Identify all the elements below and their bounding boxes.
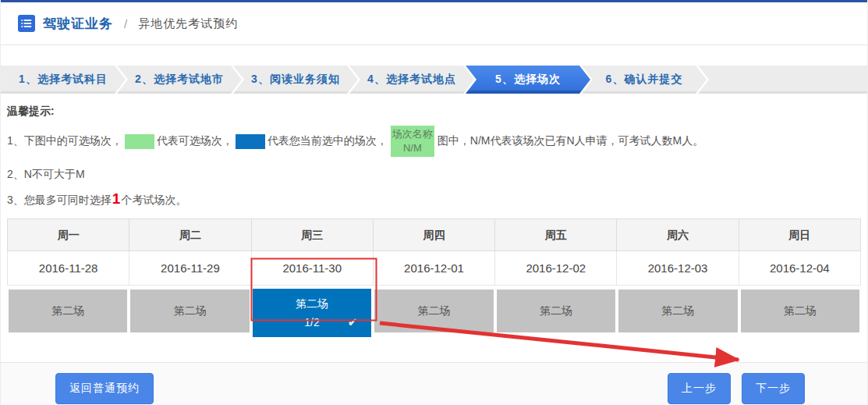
page: 驾驶证业务 / 异地优先考试预约 1、选择考试科目 2、选择考试地市 3、阅读业… — [0, 0, 868, 405]
step-tab-4[interactable]: 4、选择考试地点 — [349, 66, 474, 94]
step-tab-2[interactable]: 2、选择考试地市 — [117, 66, 242, 94]
session-block[interactable]: 第二场 — [741, 290, 859, 332]
tip1-text-b: 代表可选场次， — [157, 134, 233, 148]
step-tab-5-active[interactable]: 5、选择场次 — [466, 66, 590, 94]
next-step-button[interactable]: 下一步 — [742, 373, 805, 404]
session-legend-box: 场次名称 N/M — [391, 126, 434, 157]
session-cell-fri[interactable]: 第二场 — [495, 286, 617, 334]
date-cell: 2016-11-29 — [129, 251, 251, 286]
tips-heading: 温馨提示: — [7, 105, 861, 119]
breadcrumb-separator: / — [124, 17, 127, 30]
step-tab-1[interactable]: 1、选择考试科目 — [1, 66, 126, 94]
footer-right-buttons: 上一步 下一步 — [668, 373, 805, 404]
tips-section: 温馨提示: 1、下图中的可选场次， 代表可选场次， 代表您当前选中的场次， 场次… — [1, 94, 867, 208]
session-block[interactable]: 第二场 — [497, 290, 615, 332]
session-schedule-table: 周一 周二 周三 周四 周五 周六 周日 2016-11-28 2016-11-… — [7, 218, 861, 334]
step-tabs: 1、选择考试科目 2、选择考试地市 3、阅读业务须知 4、选择考试地点 5、选择… — [1, 66, 867, 94]
previous-step-button[interactable]: 上一步 — [668, 373, 731, 404]
tip1-text-a: 1、下图中的可选场次， — [7, 134, 122, 148]
tip-line-3: 3、您最多可同时选择1个考试场次。 — [7, 190, 861, 208]
max-sessions-number: 1 — [112, 190, 122, 207]
return-normal-booking-button[interactable]: 返回普通预约 — [55, 373, 154, 404]
breadcrumb-section[interactable]: 驾驶证业务 — [43, 15, 113, 33]
tip-line-1: 1、下图中的可选场次， 代表可选场次， 代表您当前选中的场次， 场次名称 N/M… — [7, 126, 861, 157]
weekday-header: 周二 — [129, 218, 251, 251]
weekday-header-row: 周一 周二 周三 周四 周五 周六 周日 — [7, 218, 861, 251]
selected-session-swatch — [236, 134, 265, 149]
step-tabs-filler — [698, 66, 867, 94]
weekday-header: 周五 — [495, 218, 617, 251]
tip1-text-d: 图中，N/M代表该场次已有N人申请，可考试人数M人。 — [438, 134, 703, 148]
session-block[interactable]: 第二场 — [618, 290, 737, 332]
tip3-prefix: 3、您最多可同时选择 — [7, 194, 112, 206]
weekday-header: 周六 — [617, 218, 739, 251]
session-cell-sun[interactable]: 第二场 — [739, 286, 861, 334]
selected-session-block[interactable]: 第二场 1/2 ✔ — [253, 289, 371, 337]
session-block[interactable]: 第二场 — [130, 290, 249, 332]
weekday-header: 周日 — [739, 218, 861, 251]
date-cell: 2016-12-01 — [374, 251, 495, 286]
step-tab-3[interactable]: 3、阅读业务须知 — [233, 66, 358, 94]
tip-line-2: 2、N不可大于M — [7, 168, 861, 182]
selected-session-countline: 1/2 ✔ — [253, 316, 371, 329]
date-cell: 2016-12-04 — [739, 251, 861, 286]
session-cell-wed-selected[interactable]: 第二场 1/2 ✔ — [251, 286, 373, 334]
session-block[interactable]: 第二场 — [374, 290, 493, 332]
date-cell: 2016-12-03 — [617, 251, 739, 286]
weekday-header: 周四 — [374, 218, 495, 251]
legend-box-name: 场次名称 — [392, 127, 433, 141]
date-cell: 2016-12-02 — [495, 251, 617, 286]
session-cell-thu[interactable]: 第二场 — [373, 286, 494, 334]
weekday-header: 周三 — [252, 218, 374, 251]
available-session-swatch — [125, 134, 154, 149]
tip1-text-c: 代表您当前选中的场次， — [267, 134, 388, 148]
session-cell-mon[interactable]: 第二场 — [7, 286, 129, 334]
session-block[interactable]: 第二场 — [9, 290, 127, 332]
checkmark-icon: ✔ — [348, 315, 358, 329]
selected-session-name: 第二场 — [296, 297, 328, 311]
session-cell-sat[interactable]: 第二场 — [617, 286, 739, 334]
date-cell: 2016-11-30 — [252, 251, 374, 286]
footer-bar: 返回普通预约 上一步 下一步 — [1, 362, 867, 405]
session-cell-tue[interactable]: 第二场 — [129, 286, 250, 334]
weekday-header: 周一 — [7, 218, 129, 251]
session-row: 第二场 第二场 第二场 1/2 ✔ 第二场 第二场 — [7, 286, 861, 334]
date-row: 2016-11-28 2016-11-29 2016-11-30 2016-12… — [7, 251, 861, 286]
tip3-suffix: 个考试场次。 — [121, 194, 186, 206]
selected-session-count: 1/2 — [304, 316, 319, 329]
legend-box-ratio: N/M — [403, 141, 422, 155]
date-cell: 2016-11-28 — [7, 251, 129, 286]
list-icon — [18, 15, 35, 32]
page-header: 驾驶证业务 / 异地优先考试预约 — [1, 2, 867, 45]
step-tab-6[interactable]: 6、确认并提交 — [582, 66, 707, 94]
page-title: 异地优先考试预约 — [138, 16, 238, 31]
